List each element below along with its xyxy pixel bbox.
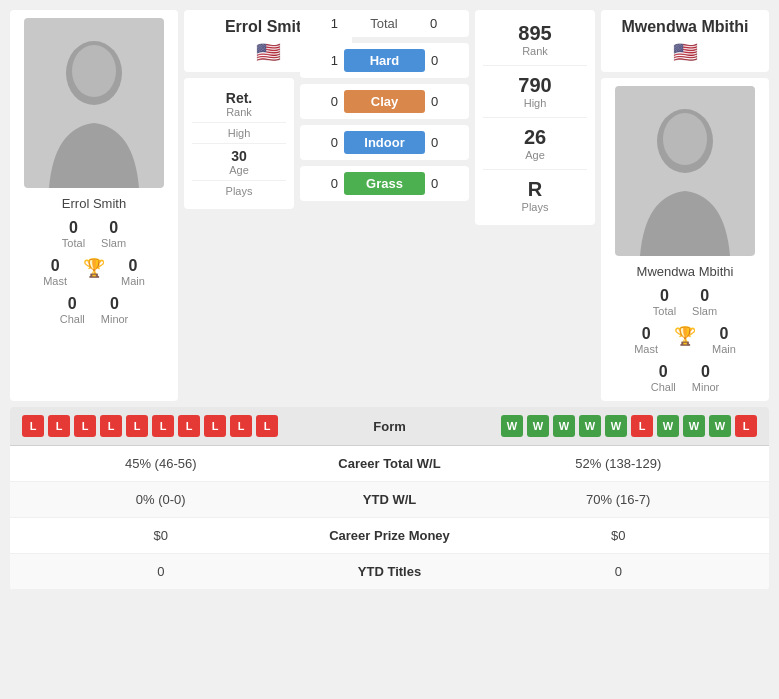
right-stats-row3: 0 Chall 0 Minor (651, 363, 720, 393)
left-total-label: Total (62, 237, 85, 249)
right-player-name: Mwendwa Mbithi (637, 264, 734, 279)
left-minor-value: 0 (110, 295, 119, 313)
right-plays-label: Plays (522, 201, 549, 213)
right-player-card: Mwendwa Mbithi 0 Total 0 Slam 0 Mast (601, 78, 769, 401)
right-plays-cell: R Plays (483, 170, 587, 221)
right-rank-value: 895 (518, 22, 551, 45)
right-chall-label: Chall (651, 381, 676, 393)
left-total-stat: 0 Total (62, 219, 85, 249)
form-badge-left-l: L (48, 415, 70, 437)
stats-label-1: YTD W/L (300, 492, 480, 507)
form-badge-left-l: L (22, 415, 44, 437)
left-player-title: Errol Smith (225, 18, 311, 36)
right-plays-value: R (528, 178, 542, 201)
grass-badge: Grass (344, 172, 425, 195)
right-chall-value: 0 (659, 363, 668, 381)
right-trophy-icon: 🏆 (674, 325, 696, 355)
right-age-value: 26 (524, 126, 546, 149)
form-badge-right-w: W (605, 415, 627, 437)
total-label: Total (344, 16, 424, 31)
indoor-row: 0 Indoor 0 (300, 125, 469, 160)
right-high-label: High (524, 97, 547, 109)
left-age-label: Age (229, 164, 249, 176)
stats-label-3: YTD Titles (300, 564, 480, 579)
right-slam-label: Slam (692, 305, 717, 317)
surface-col: 1 Total 0 1 Hard 0 0 Clay 0 0 Indoor 0 (300, 10, 469, 401)
form-badge-left-l: L (126, 415, 148, 437)
left-mast-label: Mast (43, 275, 67, 287)
left-high-cell: High (192, 123, 286, 144)
right-main-stat: 0 Main (712, 325, 736, 355)
grass-row: 0 Grass 0 (300, 166, 469, 201)
right-mast-value: 0 (642, 325, 651, 343)
right-name-card: Mwendwa Mbithi 🇺🇸 (601, 10, 769, 72)
stats-label-2: Career Prize Money (300, 528, 480, 543)
stats-right-2: $0 (480, 528, 758, 543)
total-left: 1 (308, 16, 338, 31)
right-high-value: 790 (518, 74, 551, 97)
form-badge-left-l: L (204, 415, 226, 437)
total-row: 1 Total 0 (300, 10, 469, 37)
left-name-center-col: Errol Smith 🇺🇸 Ret. Rank High 30 Age (184, 10, 294, 401)
right-minor-value: 0 (701, 363, 710, 381)
right-rank-card: 895 Rank 790 High 26 Age R Plays (475, 10, 595, 225)
left-player-card: Errol Smith 0 Total 0 Slam 0 Mast 🏆 (10, 10, 178, 401)
left-mast-stat: 0 Mast (43, 257, 67, 287)
left-stats-row1: 0 Total 0 Slam (62, 219, 126, 249)
right-age-cell: 26 Age (483, 118, 587, 170)
left-mast-value: 0 (51, 257, 60, 275)
left-flag: 🇺🇸 (256, 40, 281, 64)
right-rank-col: 895 Rank 790 High 26 Age R Plays (475, 10, 595, 401)
left-slam-label: Slam (101, 237, 126, 249)
stats-right-0: 52% (138-129) (480, 456, 758, 471)
left-trophy-icon: 🏆 (83, 257, 105, 287)
indoor-left: 0 (308, 135, 338, 150)
form-badge-right-w: W (657, 415, 679, 437)
left-rank-value: Ret. (226, 90, 252, 106)
grass-right: 0 (431, 176, 461, 191)
bottom-stats-container: 45% (46-56) Career Total W/L 52% (138-12… (10, 446, 769, 590)
form-badge-left-l: L (74, 415, 96, 437)
hard-row: 1 Hard 0 (300, 43, 469, 78)
right-total-stat: 0 Total (653, 287, 676, 317)
stats-row-1: 0% (0-0) YTD W/L 70% (16-7) (10, 482, 769, 518)
left-plays-cell: Plays (192, 181, 286, 201)
stats-row-0: 45% (46-56) Career Total W/L 52% (138-12… (10, 446, 769, 482)
form-badge-right-l: L (631, 415, 653, 437)
stats-left-0: 45% (46-56) (22, 456, 300, 471)
total-right: 0 (430, 16, 460, 31)
stats-left-3: 0 (22, 564, 300, 579)
right-mast-label: Mast (634, 343, 658, 355)
left-center-stats: Ret. Rank High 30 Age Plays (184, 78, 294, 209)
right-stats-row1: 0 Total 0 Slam (653, 287, 717, 317)
grass-left: 0 (308, 176, 338, 191)
form-badge-right-w: W (579, 415, 601, 437)
right-slam-stat: 0 Slam (692, 287, 717, 317)
form-right: WWWWWLWWWL (450, 415, 758, 437)
left-age-value: 30 (231, 148, 247, 164)
form-badge-left-l: L (152, 415, 174, 437)
right-mast-stat: 0 Mast (634, 325, 658, 355)
right-main-label: Main (712, 343, 736, 355)
hard-right: 0 (431, 53, 461, 68)
right-age-label: Age (525, 149, 545, 161)
stats-right-3: 0 (480, 564, 758, 579)
right-main-value: 0 (719, 325, 728, 343)
right-slam-value: 0 (700, 287, 709, 305)
bottom-section: LLLLLLLLLL Form WWWWWLWWWL 45% (46-56) C… (10, 407, 769, 590)
comparison-top: Errol Smith 0 Total 0 Slam 0 Mast 🏆 (0, 0, 779, 407)
form-badge-right-w: W (527, 415, 549, 437)
main-container: Errol Smith 0 Total 0 Slam 0 Mast 🏆 (0, 0, 779, 590)
clay-badge: Clay (344, 90, 425, 113)
right-flag: 🇺🇸 (673, 40, 698, 64)
form-badge-left-l: L (100, 415, 122, 437)
right-minor-stat: 0 Minor (692, 363, 720, 393)
form-badge-right-l: L (735, 415, 757, 437)
form-badge-left-l: L (230, 415, 252, 437)
stats-left-2: $0 (22, 528, 300, 543)
svg-point-3 (663, 113, 707, 165)
right-player-avatar (615, 86, 755, 256)
left-high-label: High (228, 127, 251, 139)
left-minor-label: Minor (101, 313, 129, 325)
left-chall-stat: 0 Chall (60, 295, 85, 325)
